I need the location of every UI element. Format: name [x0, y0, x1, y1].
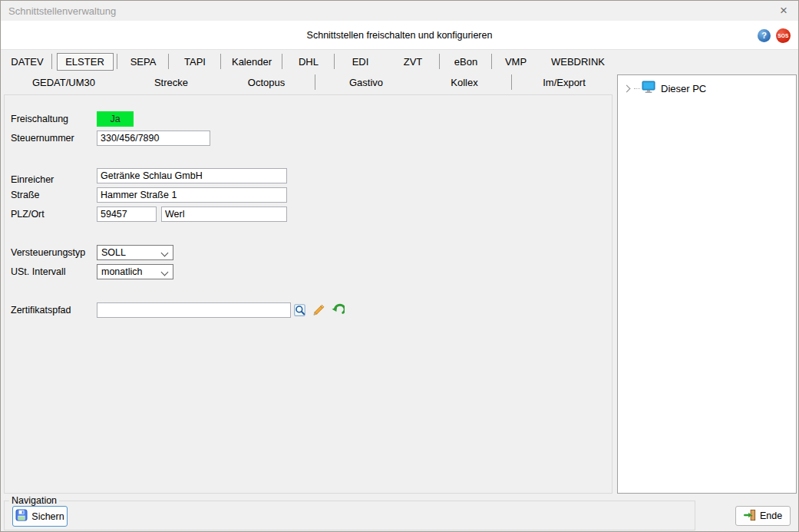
computer-icon: [642, 81, 656, 97]
zertifikatspfad-row: Zertifikatspfad: [5, 302, 612, 318]
tab-sepa[interactable]: SEPA: [117, 51, 169, 72]
einreicher-label: Einreicher: [11, 174, 54, 185]
exit-door-icon: [744, 509, 756, 524]
tab-strecke[interactable]: Strecke: [125, 72, 217, 93]
tab-webdrink[interactable]: WEBDRINK: [540, 51, 616, 72]
einreicher-input[interactable]: [97, 168, 287, 183]
tab-row-2: GEDAT/UM30 Strecke Octopus Gastivo Kolle…: [2, 72, 616, 93]
freischaltung-status-badge: Ja: [97, 111, 134, 127]
tab-ebon[interactable]: eBon: [440, 51, 492, 72]
header: Schnittstellen freischalten und konfigur…: [1, 21, 798, 50]
tab-tapi[interactable]: TAPI: [169, 51, 221, 72]
freischaltung-label: Freischaltung: [11, 114, 68, 124]
help-icon[interactable]: ?: [758, 29, 771, 42]
versteuerungstyp-label: Versteuerungstyp: [11, 247, 85, 258]
tree-item-dieser-pc[interactable]: Dieser PC: [624, 81, 796, 95]
zertifikatspfad-label: Zertifikatspfad: [11, 305, 71, 316]
tab-dhl[interactable]: DHL: [282, 51, 335, 72]
end-button[interactable]: Ende: [735, 506, 791, 526]
chevron-right-icon[interactable]: [623, 84, 631, 92]
interface-management-window: Schnittstellenverwaltung × Schnittstelle…: [0, 0, 799, 532]
tab-zvt[interactable]: ZVT: [386, 51, 440, 72]
tab-bar: DATEV ELSTER SEPA TAPI Kalender DHL EDI …: [2, 51, 616, 93]
file-tree-panel: Dieser PC: [617, 74, 797, 494]
floppy-disk-icon: [15, 509, 28, 524]
tab-vmp[interactable]: VMP: [492, 51, 540, 72]
tab-row-1: DATEV ELSTER SEPA TAPI Kalender DHL EDI …: [2, 51, 616, 72]
plz-ort-label: PLZ/Ort: [11, 209, 45, 220]
steuernummer-input[interactable]: [97, 131, 210, 146]
tab-kollex[interactable]: Kollex: [417, 72, 512, 93]
save-button-label: Sichern: [31, 511, 64, 522]
tab-octopus[interactable]: Octopus: [217, 72, 315, 93]
chevron-down-icon: [161, 269, 169, 276]
close-icon[interactable]: ×: [775, 2, 792, 19]
save-button[interactable]: Sichern: [12, 506, 68, 527]
titlebar: Schnittstellenverwaltung ×: [1, 1, 798, 21]
edit-pencil-icon[interactable]: [312, 303, 325, 317]
plz-input[interactable]: [97, 207, 157, 222]
undo-arrow-icon[interactable]: [331, 303, 345, 317]
browse-preview-icon[interactable]: [293, 303, 307, 317]
tab-gedat-um30[interactable]: GEDAT/UM30: [2, 72, 125, 93]
chevron-down-icon: [161, 249, 169, 257]
einreicher-row: Einreicher: [5, 168, 612, 183]
ust-intervall-label: USt. Intervall: [11, 266, 66, 277]
end-button-label: Ende: [760, 511, 782, 521]
navigation-group-label: Navigation: [9, 495, 59, 506]
tab-edi[interactable]: EDI: [335, 51, 386, 72]
tab-im-export[interactable]: Im/Export: [512, 72, 616, 93]
ust-intervall-row: USt. Intervall monatlich: [5, 264, 612, 279]
zertifikatspfad-input[interactable]: [97, 302, 291, 318]
steuernummer-label: Steuernummer: [11, 133, 74, 144]
ust-intervall-select[interactable]: monatlich: [97, 264, 173, 279]
navigation-groupbox: Navigation Sichern: [4, 501, 695, 530]
plz-ort-row: PLZ/Ort: [5, 207, 612, 222]
tree-item-label: Dieser PC: [661, 83, 706, 94]
tab-kalender[interactable]: Kalender: [221, 51, 282, 72]
tab-datev[interactable]: DATEV: [2, 51, 52, 72]
strasse-row: Straße: [5, 187, 612, 203]
sos-icon[interactable]: SOS: [776, 28, 791, 43]
versteuerungstyp-row: Versteuerungstyp SOLL: [5, 245, 612, 260]
tree-connector: [634, 88, 640, 89]
steuernummer-row: Steuernummer: [5, 131, 612, 146]
ort-input[interactable]: [161, 207, 287, 222]
tab-elster-active: ELSTER: [57, 53, 114, 71]
freischaltung-row: Freischaltung Ja: [5, 111, 612, 127]
versteuerungstyp-select[interactable]: SOLL: [97, 245, 173, 260]
strasse-label: Straße: [11, 190, 40, 200]
page-title: Schnittstellen freischalten und konfigur…: [1, 30, 798, 41]
strasse-input[interactable]: [97, 187, 287, 203]
tab-gastivo[interactable]: Gastivo: [315, 72, 417, 93]
tab-elster[interactable]: ELSTER: [52, 51, 117, 72]
window-title: Schnittstellenverwaltung: [8, 5, 116, 17]
elster-config-form: Freischaltung Ja Steuernummer Einreicher…: [4, 94, 612, 494]
